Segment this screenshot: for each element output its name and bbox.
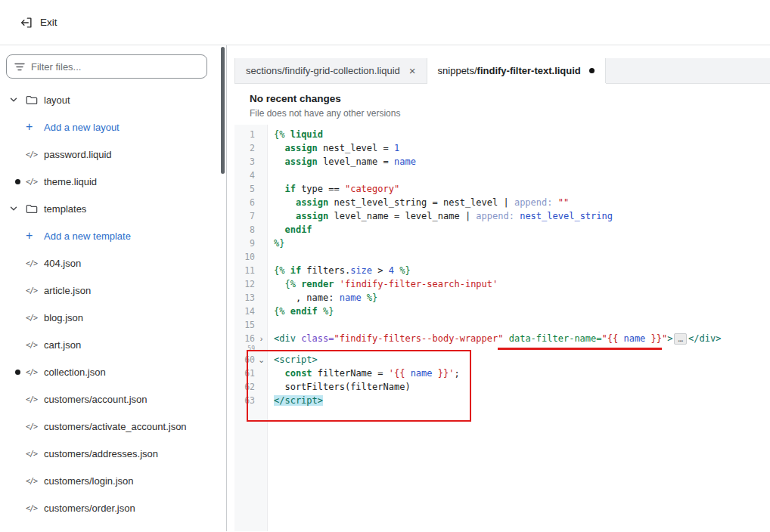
code-line-text[interactable]: <div class="findify-filters--body-wrappe… [268, 332, 770, 345]
exit-button[interactable]: Exit [15, 13, 62, 32]
line-number: 9 [234, 237, 255, 250]
code-token: assign [296, 197, 328, 208]
code-line: 6 assign nest_level_string = nest_level … [234, 196, 770, 209]
code-line-text[interactable]: const filterName = '{{ name }}'; [268, 367, 770, 380]
code-line-text[interactable] [268, 345, 770, 353]
line-number: 60 [234, 353, 255, 367]
file-row-article.json[interactable]: </>article.json [0, 277, 226, 304]
fold-gutter [255, 367, 268, 380]
code-token [274, 211, 296, 221]
file-row-collection.json[interactable]: </>collection.json [0, 358, 226, 385]
code-line-text[interactable]: sortFilters(filterName) [268, 380, 770, 394]
tab-path-prefix: sections/ [246, 65, 284, 76]
file-row-cart.json[interactable]: </>cart.json [0, 331, 226, 358]
code-file-icon: </> [26, 477, 44, 485]
code-token: {% [274, 306, 290, 317]
code-line-text[interactable] [268, 250, 770, 264]
filter-files-input[interactable] [6, 54, 207, 79]
file-tree: layout+Add a new layout</>password.liqui… [0, 86, 226, 521]
file-row-customers/order.json[interactable]: </>customers/order.json [0, 494, 226, 521]
code-line-text[interactable]: , name: name %} [268, 291, 770, 305]
file-row-customers/account.json[interactable]: </>customers/account.json [0, 385, 226, 413]
code-token: … [674, 333, 687, 345]
code-token: 1 [394, 143, 399, 153]
tree-item-label: blog.json [44, 312, 83, 323]
tree-item-label: customers/addresses.json [44, 448, 158, 459]
tree-item-label: customers/login.json [44, 475, 134, 487]
code-line-text[interactable]: <script> [268, 353, 770, 367]
add-new-link[interactable]: +Add a new layout [0, 113, 226, 141]
code-line-text[interactable]: assign level_name = level_name | append:… [268, 209, 770, 223]
fold-gutter [255, 209, 268, 223]
file-row-theme.liquid[interactable]: </>theme.liquid [0, 168, 226, 195]
code-token [274, 224, 284, 235]
chevron-down-icon[interactable] [9, 204, 26, 213]
modified-dot [15, 370, 20, 375]
chevron-down-icon[interactable] [9, 95, 26, 104]
line-number: 10 [234, 250, 255, 264]
fold-gutter [255, 305, 268, 318]
code-token [274, 368, 284, 379]
code-line-text[interactable]: assign level_name = name [268, 155, 770, 169]
file-row-blog.json[interactable]: </>blog.json [0, 304, 226, 331]
code-token: "" [558, 197, 569, 208]
file-row-customers/addresses.json[interactable]: </>customers/addresses.json [0, 440, 226, 467]
code-line: 8 endif [234, 223, 770, 237]
code-token [274, 143, 284, 153]
tree-item-label: Add a new layout [44, 122, 120, 133]
add-new-link[interactable]: +Add a new template [0, 222, 226, 249]
file-row-404.json[interactable]: </>404.json [0, 249, 226, 277]
close-tab-icon[interactable]: × [409, 65, 416, 76]
code-token: {% [274, 265, 290, 276]
code-token [274, 197, 296, 208]
code-lines: 1{% liquid2 assign nest_level = 13 assig… [234, 128, 770, 407]
code-line: 62 sortFilters(filterName) [234, 380, 770, 394]
code-line-text[interactable]: %} [268, 237, 770, 250]
code-token: name [340, 292, 362, 303]
code-token: filters. [301, 265, 350, 276]
code-line-text[interactable]: if type == "category" [268, 182, 770, 196]
code-line: 14{% endif %} [234, 305, 770, 318]
code-token [274, 184, 284, 194]
code-line: 63</script> [234, 394, 770, 407]
code-line: 1{% liquid [234, 128, 770, 141]
file-row-customers/login.json[interactable]: </>customers/login.json [0, 467, 226, 494]
code-file-icon: </> [26, 286, 44, 295]
code-line: 60⌄<script> [234, 353, 770, 367]
code-token: > [372, 265, 389, 276]
code-line-text[interactable]: {% liquid [268, 128, 770, 141]
code-line-text[interactable]: assign nest_level = 1 [268, 141, 770, 155]
code-line-text[interactable] [268, 318, 770, 332]
code-line-text[interactable]: {% render 'findify-filter-search-input' [268, 277, 770, 291]
code-line-text[interactable]: endif [268, 223, 770, 237]
code-token: level_name = [318, 156, 394, 167]
topbar: Exit [0, 0, 770, 45]
code-line-text[interactable] [268, 169, 770, 182]
sidebar-scrollbar-thumb[interactable] [221, 47, 225, 174]
fold-toggle-icon[interactable]: ⌄ [255, 353, 268, 367]
file-row-password.liquid[interactable]: </>password.liquid [0, 141, 226, 168]
code-token: append: [514, 197, 553, 208]
folder-row-layout[interactable]: layout [0, 86, 226, 113]
line-number: 6 [234, 196, 255, 209]
tab-findify-grid-collection.liquid[interactable]: sections/findify-grid-collection.liquid× [234, 58, 427, 83]
code-line-text[interactable]: </script> [268, 394, 770, 407]
code-editor-window: Exit layout+Add a new layout</>password.… [0, 0, 770, 532]
code-line-text[interactable]: assign nest_level_string = nest_level | … [268, 196, 770, 209]
code-token: render [301, 279, 334, 289]
tree-item-label: theme.liquid [44, 176, 97, 187]
file-row-customers/activate_account.json[interactable]: </>customers/activate_account.json [0, 413, 226, 440]
tab-findify-filter-text.liquid[interactable]: snippets/findify-filter-text.liquid [427, 58, 606, 83]
editor-panel: sections/findify-grid-collection.liquid×… [227, 45, 770, 531]
fold-gutter [255, 291, 268, 305]
code-line-text[interactable]: {% if filters.size > 4 %} [268, 264, 770, 277]
fold-gutter [255, 169, 268, 182]
line-number: 3 [234, 155, 255, 169]
code-token: , name: [274, 292, 340, 303]
folder-row-templates[interactable]: templates [0, 195, 226, 222]
fold-toggle-icon[interactable]: › [255, 332, 268, 345]
code-line-text[interactable]: {% endif %} [268, 305, 770, 318]
code-token: endif [284, 224, 312, 235]
code-token: {% [274, 129, 290, 140]
code-token: </div> [688, 333, 721, 344]
